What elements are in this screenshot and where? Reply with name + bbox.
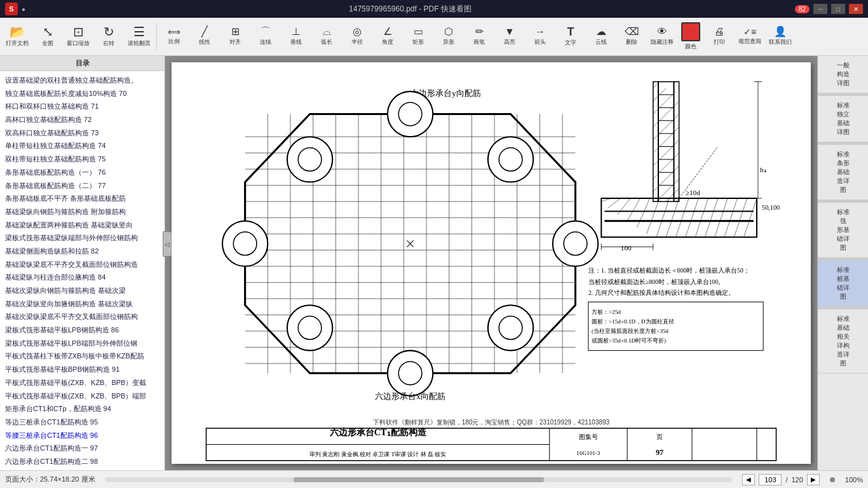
toc-item[interactable]: 平板式筏形基础平板(ZXB、KZB、BPB）变截 (3, 376, 162, 390)
radius-icon: ◎ (353, 27, 362, 37)
svg-point-40 (398, 362, 422, 385)
toc-item[interactable]: 梁板式筏形基础平板LPB端部与外伸部位钢 (3, 337, 162, 350)
delete-icon: ⌫ (625, 27, 639, 37)
fit-all-button[interactable]: ⤡ 全图 (33, 20, 62, 54)
toc-item[interactable]: 等边三桩承台CT1配筋构造 95 (3, 416, 162, 429)
toc-item[interactable]: 六边形承台CT1配筋构造二 98 (3, 455, 162, 468)
next-page-button[interactable]: ▶ (807, 474, 820, 485)
toc-item[interactable]: 条形基础底板配筋构造（一） 76 (3, 166, 162, 179)
align-button[interactable]: ⊞ 对齐 (220, 20, 250, 54)
svg-text:16G101-3: 16G101-3 (576, 450, 600, 456)
minimize-button[interactable]: ─ (813, 4, 827, 14)
page-canvas: 六边形承台y向配筋 (172, 62, 811, 464)
toc-item[interactable]: 基础梁纵梁底不平齐交叉截面部位钢筋构造 (3, 258, 162, 271)
contact-button[interactable]: 👤 联系我们 (766, 20, 795, 54)
related-detail-item[interactable]: 标准 基础 相关 详构 造详 图 (818, 309, 868, 374)
fit-window-button[interactable]: ⊡ 窗口缩放 (64, 20, 93, 54)
scale-label: 比例 (168, 37, 180, 46)
angle-button[interactable]: ∠ 角度 (373, 20, 402, 54)
title-bar: S ● 1475979965960.pdf - PDF 快速看图 82 ─ □ … (0, 0, 868, 18)
toc-item[interactable]: 六边形承台CT1配筋构造一 97 (3, 442, 162, 455)
pdf-viewer[interactable]: 六边形承台y向配筋 (165, 56, 817, 470)
linear-button[interactable]: ╱ 线性 (190, 20, 219, 54)
text-button[interactable]: T 文字 (556, 20, 585, 54)
toc-item[interactable]: 杯口和双杯口独立基础构造 71 (3, 100, 162, 113)
open-document-button[interactable]: 📂 打开文档 (3, 20, 32, 54)
linear-icon: ╱ (201, 27, 208, 37)
connect-label: 连续 (260, 38, 271, 46)
sidebar-collapse-button[interactable]: ◁ (163, 231, 172, 257)
toc-item[interactable]: 高杯口独立基础配筋构造 72 (3, 113, 162, 126)
color-picker[interactable] (681, 22, 700, 41)
svg-text:页: 页 (656, 433, 663, 440)
scale-button[interactable]: ⟺ 比例 (159, 20, 189, 54)
notification-badge: 82 (795, 5, 810, 13)
highlight-button[interactable]: ▼ 高亮 (495, 20, 524, 54)
arc-button[interactable]: ⌓ 弧长 (312, 20, 341, 54)
close-button[interactable]: ✕ (849, 4, 863, 14)
main-area: 目录 设置基础梁的双柱普通独立基础配筋构造。独立基础底板配筋长度减短10%构造 … (0, 56, 868, 470)
toc-item[interactable]: 等腰三桩承台CT1配筋构造 96 (3, 429, 162, 442)
open-label: 打开文档 (6, 39, 29, 48)
toc-item[interactable]: 基础次梁纵竖向加腋钢筋构造 基础次梁纵 (3, 297, 162, 311)
print-button[interactable]: 🖨 打印 (705, 20, 734, 54)
plumb-button[interactable]: ⊥ 垂线 (281, 20, 311, 54)
toc-item[interactable]: 单柱带短柱独立基础配筋构造 74 (3, 139, 162, 152)
toc-item[interactable]: 平板式筏形基础平板BPB钢筋构造 91 (3, 363, 162, 376)
svg-point-44 (564, 232, 587, 255)
toc-item[interactable]: 基础梁侧面构造纵筋和拉筋 82 (3, 245, 162, 258)
cloud-button[interactable]: ☁ 云线 (587, 20, 616, 54)
connect-button[interactable]: ⌒ 连续 (251, 20, 280, 54)
toc-item[interactable]: 基础梁纵与柱连合部位腋构造 84 (3, 271, 162, 284)
toc-item[interactable]: 条形基础底板配筋构造（二） 77 (3, 179, 162, 193)
toc-item[interactable]: 基础梁纵向钢筋与箍筋构造 附加箍筋构 (3, 205, 162, 219)
raft-foundation-item[interactable]: 标准 筏 形基 础详 图 (818, 203, 868, 258)
fit-all-label: 全图 (42, 39, 53, 48)
connect-icon: ⌒ (261, 27, 271, 37)
toc-item[interactable]: 基础次梁纵梁底不平齐交叉截面部位钢筋构 (3, 310, 162, 323)
delete-button[interactable]: ⌫ 删除 (617, 20, 646, 54)
toc-item[interactable]: 双柱带短柱独立基础配筋构造 75 (3, 152, 162, 166)
toc-item[interactable]: 矩形承台CT1和CTp，配筋构造 94 (3, 402, 162, 416)
toc-item[interactable]: 双柱联合承台底板与顶部配筋构造 99 (3, 468, 162, 470)
toc-item[interactable]: 条形基础板底不平齐 条形基础底板配筋 (3, 192, 162, 205)
rotate-icon: ↻ (104, 25, 114, 38)
standalone-foundation-item[interactable]: 标准 独立 基础 详图 (818, 96, 868, 142)
svg-point-48 (499, 316, 522, 340)
norm-check-button[interactable]: ✓≡ 规范查阅 (735, 20, 764, 54)
scroll-button[interactable]: ☰ 滚轮翻页 (125, 20, 154, 54)
page-number-input[interactable] (759, 474, 782, 485)
irregular-button[interactable]: ⬡ 异形 (434, 20, 463, 54)
toc-item[interactable]: 基础次梁纵向钢筋与箍筋构造 基础次梁 (3, 284, 162, 297)
toc-item[interactable]: 独立基础底板配筋长度减短10%构造 70 (3, 87, 162, 100)
hidden-mark-button[interactable]: 👁 隐藏注释 (648, 20, 677, 54)
print-icon: 🖨 (714, 27, 724, 37)
arrow-button[interactable]: → 箭头 (526, 20, 555, 54)
pen-button[interactable]: ✏ 画笔 (465, 20, 494, 54)
bottom-bar: 页面大小：25.74×18.20 厘米 ◀ / 120 ▶ 100% (0, 470, 868, 488)
svg-rect-0 (200, 62, 782, 464)
rotate-button[interactable]: ↻ 右转 (94, 20, 123, 54)
svg-point-50 (499, 148, 522, 172)
general-detail-item[interactable]: 一般 构造 详图 (818, 56, 868, 93)
scroll-v-indicator (830, 477, 835, 482)
maximize-button[interactable]: □ (831, 4, 845, 14)
pile-foundation-item[interactable]: 标准 桩基 础详 图 (818, 261, 868, 307)
sidebar-content: 设置基础梁的双柱普通独立基础配筋构造。独立基础底板配筋长度减短10%构造 70杯… (0, 71, 165, 470)
horizontal-scrollbar[interactable] (105, 477, 733, 482)
toc-item[interactable]: 双高杯口独立基础配筋构造 73 (3, 126, 162, 140)
toc-item[interactable]: 基础梁纵配置两种箍筋构造 基础梁纵竖向 (3, 219, 162, 232)
svg-text:≥10d: ≥10d (686, 189, 700, 196)
arc-icon: ⌓ (323, 27, 331, 37)
rect-button[interactable]: ▭ 矩形 (403, 20, 433, 54)
toc-item[interactable]: 设置基础梁的双柱普通独立基础配筋构造。 (3, 74, 162, 87)
toc-item[interactable]: 平板式筏形基础平板(ZXB、KZB、BPB）端部 (3, 390, 162, 403)
table-of-contents[interactable]: 目录 设置基础梁的双柱普通独立基础配筋构造。独立基础底板配筋长度减短10%构造 … (0, 56, 165, 470)
highlight-label: 高亮 (504, 38, 515, 46)
radius-button[interactable]: ◎ 半径 (342, 20, 372, 54)
prev-page-button[interactable]: ◀ (742, 474, 755, 485)
toc-item[interactable]: 梁板式筏形基础平板LPB钢筋构造 86 (3, 323, 162, 337)
toc-item[interactable]: 平板式筏基柱下板带ZXB与板中板带KZB配筋 (3, 349, 162, 363)
strip-foundation-item[interactable]: 标准 条形 基础 造详 图 (818, 145, 868, 200)
toc-item[interactable]: 梁板式筏形基础梁纵端部与外伸部位钢筋构 (3, 231, 162, 245)
